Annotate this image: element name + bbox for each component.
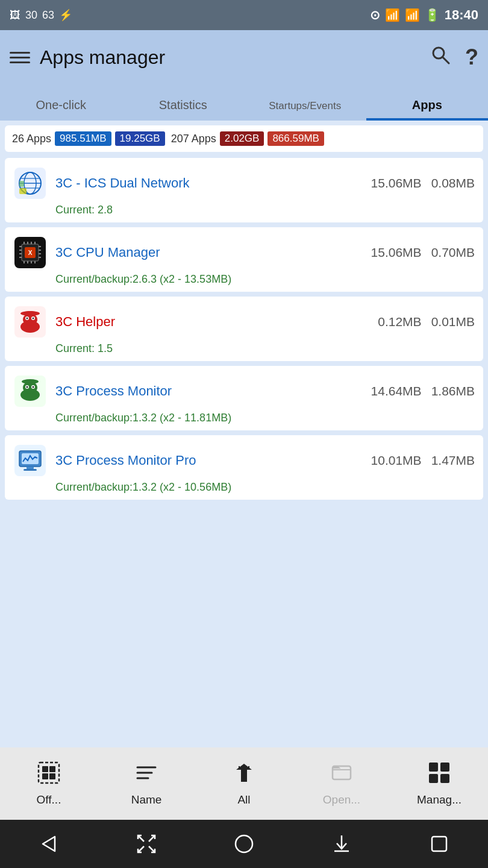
app-name-5: 3C Process Monitor Pro (55, 453, 363, 468)
app-name-3: 3C Helper (55, 314, 369, 330)
name-button[interactable]: Name (98, 747, 195, 820)
header-icons: ? (430, 45, 478, 70)
name-icon (135, 761, 158, 790)
svg-rect-52 (39, 763, 59, 783)
offline-button[interactable]: Off... (0, 747, 98, 820)
app-subtitle-3: Current: 1.5 (13, 342, 475, 355)
apps-count-1: 26 Apps (12, 133, 51, 145)
apps-count-2: 207 Apps (171, 133, 216, 145)
bluetooth-icon: ⊙ (370, 8, 380, 22)
svg-rect-53 (42, 766, 48, 772)
app-size2-1: 0.08MB (431, 176, 475, 190)
main-content: 26 Apps 985.51MB 19.25GB 207 Apps 2.02GB… (0, 121, 488, 747)
clock: 18:40 (445, 7, 478, 23)
offline-label: Off... (37, 793, 61, 807)
back-button[interactable] (31, 826, 67, 862)
tab-startups[interactable]: Startups/Events (244, 100, 366, 121)
summary-bar: 26 Apps 985.51MB 19.25GB 207 Apps 2.02GB… (5, 125, 483, 152)
app-sizes-5: 10.01MB 1.47MB (371, 453, 475, 468)
app-sizes-2: 15.06MB 0.70MB (371, 245, 475, 260)
filter-icon (233, 761, 255, 790)
app-size2-4: 1.86MB (431, 384, 475, 398)
app-size1-1: 15.06MB (371, 176, 422, 190)
svg-line-71 (138, 846, 144, 852)
open-button[interactable]: Open... (293, 747, 390, 820)
app-size2-2: 0.70MB (431, 245, 475, 260)
svg-point-73 (236, 835, 252, 852)
app-header: Apps manager ? (0, 30, 488, 84)
app-sizes-4: 14.64MB 1.86MB (371, 384, 475, 398)
list-item[interactable]: 3C Process Monitor 14.64MB 1.86MB Curren… (5, 366, 483, 430)
app-subtitle-4: Current/backup:1.3.2 (x2 - 11.81MB) (13, 412, 475, 424)
svg-rect-66 (429, 774, 438, 783)
app-sizes-1: 15.06MB 0.08MB (371, 176, 475, 190)
storage-1: 19.25GB (115, 131, 165, 146)
svg-rect-56 (49, 773, 55, 779)
wifi-icon: 📶 (385, 8, 400, 22)
svg-rect-67 (440, 774, 449, 783)
app-name-1: 3C - ICS Dual Network (55, 175, 363, 191)
manage-icon (428, 761, 451, 790)
manage-button[interactable]: Manag... (390, 747, 488, 820)
svg-point-46 (33, 386, 34, 388)
all-label: All (237, 793, 250, 807)
search-button[interactable] (430, 45, 451, 70)
ram-2: 2.02GB (220, 131, 264, 146)
name-label: Name (131, 793, 162, 807)
app-subtitle-1: Current: 2.8 (13, 204, 475, 216)
app-size1-2: 15.06MB (371, 245, 422, 260)
list-item[interactable]: 3C Process Monitor Pro 10.01MB 1.47MB Cu… (5, 435, 483, 500)
compress-button[interactable] (128, 826, 164, 862)
svg-marker-68 (43, 837, 55, 851)
status-left-icons: 🖼 30 63 ⚡ (10, 8, 72, 22)
signal-icon: 📶 (405, 8, 420, 22)
app-name-2: 3C CPU Manager (55, 245, 363, 260)
app-icon-process-pro (13, 444, 47, 477)
status-right-icons: ⊙ 📶 📶 🔋 18:40 (370, 7, 478, 23)
app-size2-3: 0.01MB (431, 315, 475, 329)
svg-rect-9 (19, 181, 24, 187)
svg-point-45 (27, 386, 28, 388)
svg-rect-50 (27, 467, 34, 469)
svg-line-72 (149, 846, 155, 852)
svg-rect-38 (27, 311, 33, 315)
tab-one-click[interactable]: One-click (0, 98, 122, 121)
manage-label: Manag... (417, 793, 461, 807)
status-num2: 63 (42, 9, 54, 22)
battery-icon: 🔋 (425, 8, 440, 22)
ram-1: 985.51MB (55, 131, 111, 146)
list-item[interactable]: 3C - ICS Dual Network 15.06MB 0.08MB Cur… (5, 158, 483, 222)
status-num1: 30 (25, 9, 37, 22)
list-item[interactable]: X 3C CPU Manager 15.06MB 0.70MB Current/… (5, 227, 483, 292)
open-icon (330, 761, 353, 790)
svg-rect-55 (42, 773, 48, 779)
app-size2-5: 1.47MB (431, 453, 475, 468)
svg-rect-51 (23, 469, 37, 471)
svg-text:X: X (28, 250, 33, 256)
app-name-4: 3C Process Monitor (55, 383, 363, 399)
tab-bar: One-click Statistics Startups/Events App… (0, 84, 488, 121)
menu-button[interactable] (10, 52, 30, 63)
open-label: Open... (323, 793, 360, 807)
app-sizes-3: 0.12MB 0.01MB (378, 315, 475, 329)
app-size1-4: 14.64MB (371, 384, 422, 398)
app-icon-helper (13, 305, 47, 339)
bottom-toolbar: Off... Name All (0, 747, 488, 820)
recent-button[interactable] (421, 826, 457, 862)
tab-statistics[interactable]: Statistics (122, 98, 245, 121)
storage-2: 866.59MB (267, 131, 324, 146)
download-button[interactable] (324, 826, 360, 862)
status-bar: 🖼 30 63 ⚡ ⊙ 📶 📶 🔋 18:40 (0, 0, 488, 30)
home-button[interactable] (226, 826, 262, 862)
tab-apps[interactable]: Apps (366, 98, 489, 121)
usb-icon: ⚡ (59, 8, 72, 22)
svg-point-42 (22, 379, 39, 384)
help-button[interactable]: ? (465, 45, 478, 70)
app-size1-3: 0.12MB (378, 315, 421, 329)
svg-rect-76 (432, 837, 446, 851)
svg-line-1 (443, 57, 449, 63)
list-item[interactable]: 3C Helper 0.12MB 0.01MB Current: 1.5 (5, 297, 483, 361)
svg-point-35 (27, 318, 28, 319)
svg-rect-65 (440, 763, 449, 772)
all-button[interactable]: All (195, 747, 293, 820)
